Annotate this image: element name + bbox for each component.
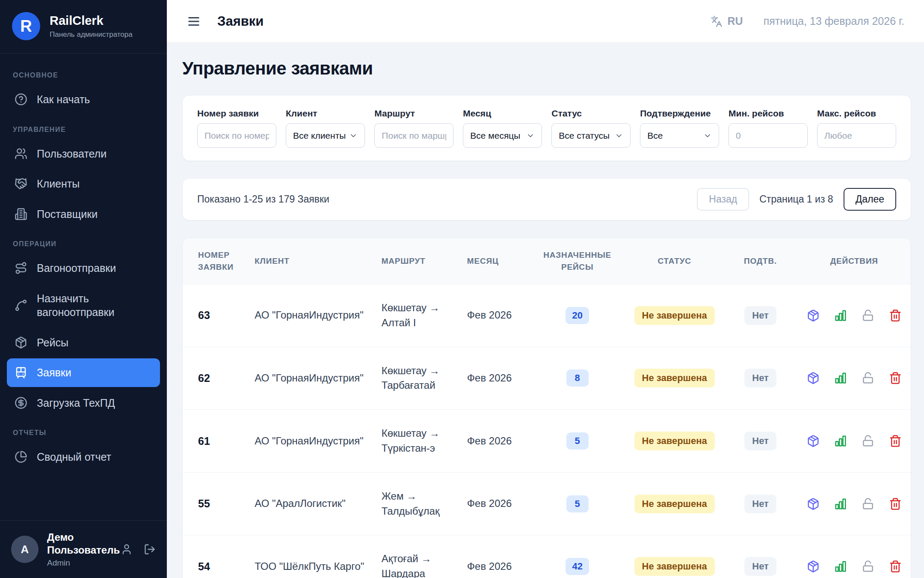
pagination-card: Показано 1-25 из 179 Заявки Назад Страни… bbox=[182, 178, 911, 220]
month: Фев 2026 bbox=[459, 347, 529, 410]
sidebar-item-trips[interactable]: Рейсы bbox=[7, 328, 160, 357]
sidebar-item-label: Сводный отчет bbox=[37, 450, 111, 464]
max-trips-input[interactable] bbox=[817, 123, 896, 148]
confirmation: Нет bbox=[723, 410, 798, 473]
filter-label: Мин. рейсов bbox=[729, 108, 808, 119]
brand-logo: R bbox=[12, 12, 40, 40]
request-number: 63 bbox=[183, 284, 246, 347]
status: Не завершена bbox=[626, 472, 723, 535]
trash-icon[interactable] bbox=[889, 498, 902, 510]
sidebar-nav: Основное Как начать Управление Пользоват… bbox=[0, 54, 167, 520]
status-badge: Не завершена bbox=[634, 306, 715, 325]
confirmation-select[interactable]: Все bbox=[640, 123, 719, 148]
confirmation: Нет bbox=[723, 472, 798, 535]
package-icon[interactable] bbox=[807, 498, 820, 510]
sidebar-item-label: Пользователи bbox=[37, 147, 107, 161]
bar-chart-icon[interactable] bbox=[834, 309, 847, 322]
user-name: Демо Пользователь bbox=[47, 531, 112, 557]
sidebar-item-requests[interactable]: Заявки bbox=[7, 358, 160, 387]
filter-min-trips: Мин. рейсов bbox=[729, 108, 808, 148]
chevron-down-icon bbox=[349, 131, 358, 140]
next-page-button[interactable]: Далее bbox=[844, 188, 896, 211]
client-name: АО "ГорнаяИндустрия" bbox=[246, 284, 373, 347]
chevron-down-icon bbox=[703, 131, 712, 140]
unlock-icon[interactable] bbox=[862, 498, 874, 510]
current-date: пятница, 13 февраля 2026 г. bbox=[764, 15, 904, 27]
nav-section-operations: Операции bbox=[7, 234, 160, 252]
logout-icon[interactable] bbox=[144, 543, 156, 555]
sidebar-item-how-to-start[interactable]: Как начать bbox=[7, 85, 160, 114]
trips-count-badge: 20 bbox=[566, 307, 589, 324]
package-icon[interactable] bbox=[807, 372, 820, 384]
bar-chart-icon[interactable] bbox=[834, 435, 847, 447]
sidebar-item-techpd-upload[interactable]: Загрузка ТехПД bbox=[7, 389, 160, 417]
table-row: 63 АО "ГорнаяИндустрия" Көкшетау → Алтай… bbox=[183, 284, 911, 347]
trash-icon[interactable] bbox=[889, 309, 902, 322]
topbar: Заявки RU пятница, 13 февраля 2026 г. bbox=[167, 0, 924, 43]
nav-section-main: Основное bbox=[7, 66, 160, 83]
unlock-icon[interactable] bbox=[862, 560, 874, 573]
table-row: 62 АО "ГорнаяИндустрия" Көкшетау → Тарба… bbox=[183, 347, 911, 410]
selected-value: Все bbox=[647, 131, 663, 141]
sidebar-item-clients[interactable]: Клиенты bbox=[7, 170, 160, 198]
status: Не завершена bbox=[626, 347, 723, 410]
package-icon[interactable] bbox=[807, 309, 820, 322]
unlock-icon[interactable] bbox=[862, 435, 874, 447]
trash-icon[interactable] bbox=[889, 435, 902, 447]
bar-chart-icon[interactable] bbox=[834, 498, 847, 510]
status-select[interactable]: Все статусы bbox=[551, 123, 631, 148]
user-panel: A Демо Пользователь Admin bbox=[0, 520, 167, 578]
route-input[interactable] bbox=[374, 123, 453, 148]
confirmation: Нет bbox=[723, 347, 798, 410]
client-select[interactable]: Все клиенты bbox=[286, 123, 365, 148]
profile-icon[interactable] bbox=[121, 543, 133, 555]
actions bbox=[797, 535, 911, 578]
filter-label: Подтверждение bbox=[640, 108, 719, 119]
dollar-circle-icon bbox=[15, 396, 27, 409]
filter-label: Статус bbox=[551, 108, 631, 119]
request-number: 62 bbox=[183, 347, 246, 410]
table-row: 55 АО "АралЛогистик" Жем → Талдыбұлақ Фе… bbox=[183, 472, 911, 535]
confirmation: Нет bbox=[723, 535, 798, 578]
page-title: Управление заявками bbox=[182, 58, 911, 79]
filter-client: Клиент Все клиенты bbox=[286, 108, 365, 148]
min-trips-input[interactable] bbox=[729, 123, 808, 148]
language-switcher[interactable]: RU bbox=[711, 15, 743, 27]
route: Көкшетау → Алтай I bbox=[373, 284, 459, 347]
unlock-icon[interactable] bbox=[862, 372, 874, 384]
tram-icon bbox=[15, 366, 27, 379]
unlock-icon[interactable] bbox=[862, 309, 874, 322]
bar-chart-icon[interactable] bbox=[834, 372, 847, 384]
request-number-input[interactable] bbox=[197, 123, 276, 148]
avatar: A bbox=[11, 536, 38, 563]
month-select[interactable]: Все месяцы bbox=[463, 123, 542, 148]
main-area: Заявки RU пятница, 13 февраля 2026 г. Уп… bbox=[167, 0, 924, 578]
sidebar-item-wagon-dispatches[interactable]: Вагоноотправки bbox=[7, 254, 160, 283]
sidebar-item-summary-report[interactable]: Сводный отчет bbox=[7, 443, 160, 471]
filter-confirmation: Подтверждение Все bbox=[640, 108, 719, 148]
sidebar-item-users[interactable]: Пользователи bbox=[7, 140, 160, 168]
trash-icon[interactable] bbox=[889, 372, 902, 384]
status: Не завершена bbox=[626, 284, 723, 347]
topbar-title: Заявки bbox=[217, 14, 264, 29]
package-icon[interactable] bbox=[807, 560, 820, 573]
prev-page-button[interactable]: Назад bbox=[697, 188, 749, 211]
chevron-down-icon bbox=[526, 131, 535, 140]
sidebar-item-suppliers[interactable]: Поставщики bbox=[7, 200, 160, 229]
user-role: Admin bbox=[47, 558, 112, 568]
package-icon[interactable] bbox=[807, 435, 820, 447]
menu-icon[interactable] bbox=[187, 14, 201, 29]
filter-status: Статус Все статусы bbox=[551, 108, 631, 148]
route: Жем → Талдыбұлақ bbox=[373, 472, 459, 535]
actions bbox=[797, 410, 911, 473]
sidebar-item-label: Как начать bbox=[37, 92, 90, 107]
status-badge: Не завершена bbox=[634, 557, 715, 576]
table-header-row: Номер заявки Клиент Маршрут Месяц Назнач… bbox=[183, 238, 911, 284]
sidebar-item-label: Рейсы bbox=[37, 336, 68, 350]
confirm-badge: Нет bbox=[744, 369, 776, 387]
bar-chart-icon[interactable] bbox=[834, 560, 847, 573]
filter-request-number: Номер заявки bbox=[197, 108, 276, 148]
trash-icon[interactable] bbox=[889, 560, 902, 573]
sidebar-item-assign-wagon-dispatches[interactable]: Назначить вагоноотправки bbox=[7, 284, 160, 327]
confirm-badge: Нет bbox=[744, 306, 776, 325]
